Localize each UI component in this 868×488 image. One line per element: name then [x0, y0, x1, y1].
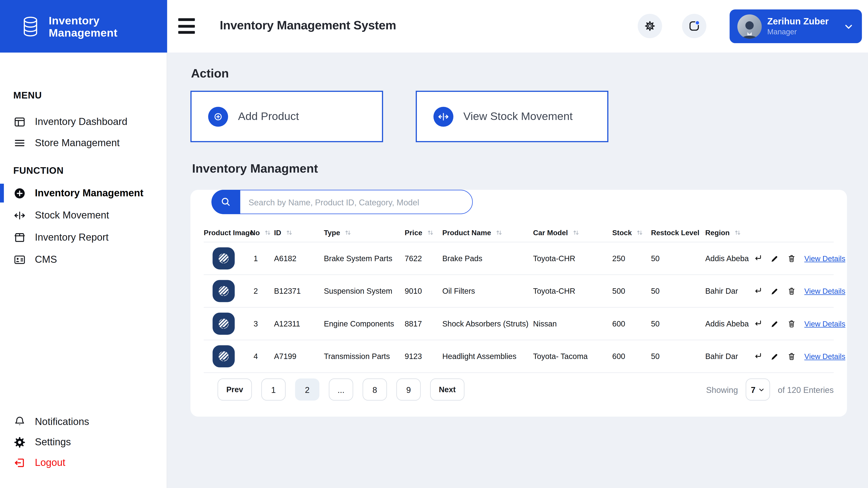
user-role: Manager: [767, 28, 837, 37]
view-details-link[interactable]: View Details: [804, 352, 845, 361]
col-restock-level[interactable]: Restock Level: [651, 228, 705, 237]
prev-button[interactable]: Prev: [217, 379, 252, 400]
col-id[interactable]: ID: [274, 228, 324, 237]
edit-icon[interactable]: [770, 318, 780, 329]
main-content: Action Add Product View Stock Movement: [167, 53, 868, 488]
delete-icon[interactable]: [786, 253, 797, 264]
add-product-button[interactable]: Add Product: [190, 91, 383, 142]
inventory-heading: Inventory Managment: [192, 162, 868, 176]
cell-price: 8817: [405, 319, 442, 328]
function-nav: Inventory Management Stock Movement I: [0, 182, 166, 271]
sidebar-item-stock-movement[interactable]: Stock Movement: [0, 204, 166, 226]
delete-icon[interactable]: [786, 286, 797, 296]
edit-icon[interactable]: [770, 286, 780, 296]
cell-no: 3: [250, 319, 274, 328]
sidebar-item-label: Inventory Dashboard: [35, 116, 127, 127]
return-icon[interactable]: [753, 253, 764, 264]
cell-no: 1: [250, 254, 274, 263]
page-button-9[interactable]: 9: [396, 379, 421, 400]
product-image: [213, 280, 235, 302]
settings-button[interactable]: [638, 14, 662, 38]
return-icon[interactable]: [753, 351, 764, 362]
cell-restock-level: 50: [651, 352, 705, 361]
col-stock[interactable]: Stock: [612, 228, 651, 237]
col-price[interactable]: Price: [405, 228, 442, 237]
sidebar-item-label: Stock Movement: [35, 209, 109, 221]
app-root: Inventory Management MENU Inventory Dash…: [0, 0, 868, 488]
notifications-button[interactable]: [682, 14, 706, 38]
hamburger-icon[interactable]: [178, 18, 196, 34]
cell-product-name: Headlight Assemblies: [442, 352, 533, 361]
cell-restock-level: 50: [651, 254, 705, 263]
table-header: Product Image No ID Type Price Product N…: [204, 223, 834, 242]
return-icon[interactable]: [753, 318, 764, 329]
sidebar-item-inventory-report[interactable]: Inventory Report: [0, 226, 166, 249]
next-button[interactable]: Next: [430, 379, 465, 400]
cell-stock: 600: [612, 352, 651, 361]
col-car-model[interactable]: Car Model: [533, 228, 612, 237]
search-bar: [212, 190, 473, 214]
sidebar-item-settings[interactable]: Settings: [0, 432, 166, 453]
delete-icon[interactable]: [786, 318, 797, 329]
view-details-link[interactable]: View Details: [804, 254, 845, 263]
notification-badge-icon: [688, 20, 701, 33]
cell-price: 9123: [405, 352, 442, 361]
cell-car-model: Toyota- Tacoma: [533, 352, 612, 361]
row-actions: View Details: [753, 318, 845, 329]
gear-icon: [644, 20, 656, 32]
view-stock-movement-button[interactable]: View Stock Movement: [416, 91, 608, 142]
sidebar: Inventory Management MENU Inventory Dash…: [0, 0, 167, 488]
product-image-icon: [217, 252, 230, 265]
database-icon: [20, 15, 41, 38]
page-button-2-active[interactable]: 2: [295, 379, 319, 400]
col-region[interactable]: Region: [705, 228, 753, 237]
user-name: Zerihun Zuber: [767, 16, 837, 27]
stock-movement-icon: [434, 106, 454, 126]
edit-icon[interactable]: [770, 253, 780, 264]
cell-car-model: Toyota-CHR: [533, 254, 612, 263]
user-menu[interactable]: Zerihun Zuber Manager: [730, 9, 862, 43]
sort-icon: [264, 229, 272, 236]
cell-no: 4: [250, 352, 274, 361]
sidebar-item-logout[interactable]: Logout: [0, 453, 166, 473]
cell-price: 7622: [405, 254, 442, 263]
box-icon: [13, 231, 26, 243]
cell-stock: 250: [612, 254, 651, 263]
table-row: 2 B12371 Suspension System 9010 Oil Filt…: [204, 275, 834, 307]
page-button-8[interactable]: 8: [363, 379, 387, 400]
cell-restock-level: 50: [651, 319, 705, 328]
edit-icon[interactable]: [770, 351, 780, 362]
page-button-ellipsis[interactable]: ...: [329, 379, 353, 400]
col-no[interactable]: No: [250, 228, 274, 237]
col-product-image: Product Image: [204, 228, 250, 237]
col-product-name[interactable]: Product Name: [442, 228, 533, 237]
sidebar-item-notifications[interactable]: Notifications: [0, 412, 166, 432]
page-button-1[interactable]: 1: [261, 379, 286, 400]
brand-line1: Inventory: [49, 14, 118, 26]
view-details-link[interactable]: View Details: [804, 287, 845, 295]
sidebar-item-label: Inventory Report: [35, 232, 108, 243]
sort-icon: [734, 229, 741, 236]
sidebar-item-cms[interactable]: CMS: [0, 249, 166, 271]
cell-product-name: Brake Pads: [442, 254, 533, 263]
entries-control: Showing 7 of 120 Enteries: [706, 379, 834, 400]
per-page-select[interactable]: 7: [746, 379, 770, 400]
sidebar-item-inventory-management[interactable]: Inventory Management: [0, 182, 166, 204]
sidebar-item-inventory-dashboard[interactable]: Inventory Dashboard: [0, 111, 166, 132]
cell-price: 9010: [405, 287, 442, 295]
bell-icon: [13, 416, 26, 428]
col-type[interactable]: Type: [324, 228, 405, 237]
sidebar-item-store-management[interactable]: Store Management: [0, 132, 166, 153]
search-input[interactable]: [212, 190, 473, 214]
cell-id: A7199: [274, 352, 324, 361]
plus-circle-icon: [13, 187, 26, 199]
return-icon[interactable]: [753, 286, 764, 296]
sort-icon: [572, 229, 580, 236]
logout-icon: [13, 456, 26, 469]
cell-region: Bahir Dar: [705, 352, 753, 361]
delete-icon[interactable]: [786, 351, 797, 362]
table-row: 1 A6182 Brake System Parts 7622 Brake Pa…: [204, 242, 834, 275]
search-button[interactable]: [212, 190, 240, 214]
id-card-icon: [13, 253, 26, 266]
view-details-link[interactable]: View Details: [804, 320, 845, 328]
